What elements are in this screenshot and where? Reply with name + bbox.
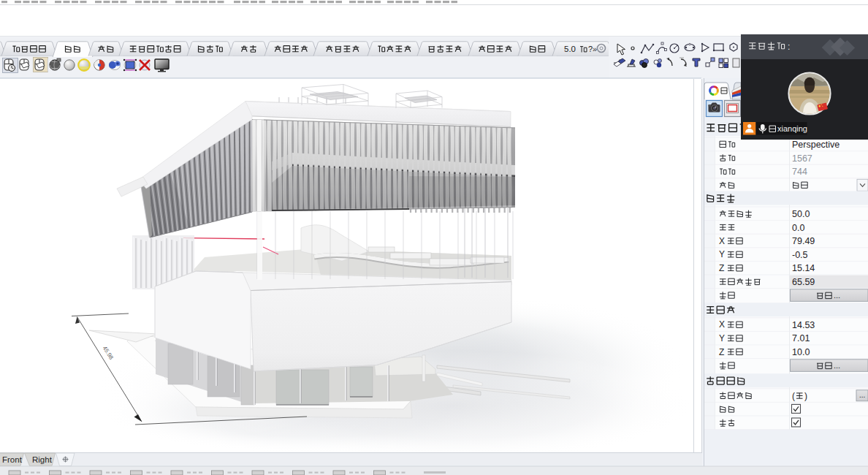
svg-text:-0.5: -0.5 <box>792 250 808 260</box>
svg-text:X: X <box>719 319 725 330</box>
svg-text:10.0: 10.0 <box>792 347 810 357</box>
svg-text:»: » <box>593 45 597 53</box>
svg-text:Perspective: Perspective <box>792 140 840 150</box>
svg-text:744: 744 <box>792 167 807 177</box>
svg-text:50.0: 50.0 <box>792 209 810 219</box>
svg-text:Z: Z <box>719 347 724 357</box>
svg-text:): ) <box>804 391 807 401</box>
svg-text:0.0: 0.0 <box>792 223 804 233</box>
svg-text:Front: Front <box>2 455 23 464</box>
svg-text:1567: 1567 <box>792 153 812 164</box>
svg-text:65.59: 65.59 <box>792 277 815 287</box>
svg-text:...: ... <box>834 361 840 370</box>
svg-text:Y: Y <box>719 249 725 259</box>
svg-text:(: ( <box>792 391 795 401</box>
svg-text:Y: Y <box>719 333 725 343</box>
svg-text:...: ... <box>834 291 840 300</box>
svg-text:...: ... <box>859 391 865 399</box>
svg-text:xianqing: xianqing <box>777 124 807 133</box>
svg-text:Z: Z <box>719 263 724 273</box>
svg-text:15.14: 15.14 <box>792 263 815 273</box>
svg-text:X: X <box>719 236 725 246</box>
svg-text:5.0: 5.0 <box>564 45 576 53</box>
svg-text:Right: Right <box>32 455 53 464</box>
svg-text:7.01: 7.01 <box>792 333 810 343</box>
svg-text::: : <box>788 42 790 52</box>
svg-text:79.49: 79.49 <box>792 236 815 246</box>
svg-text:14.53: 14.53 <box>792 320 815 330</box>
